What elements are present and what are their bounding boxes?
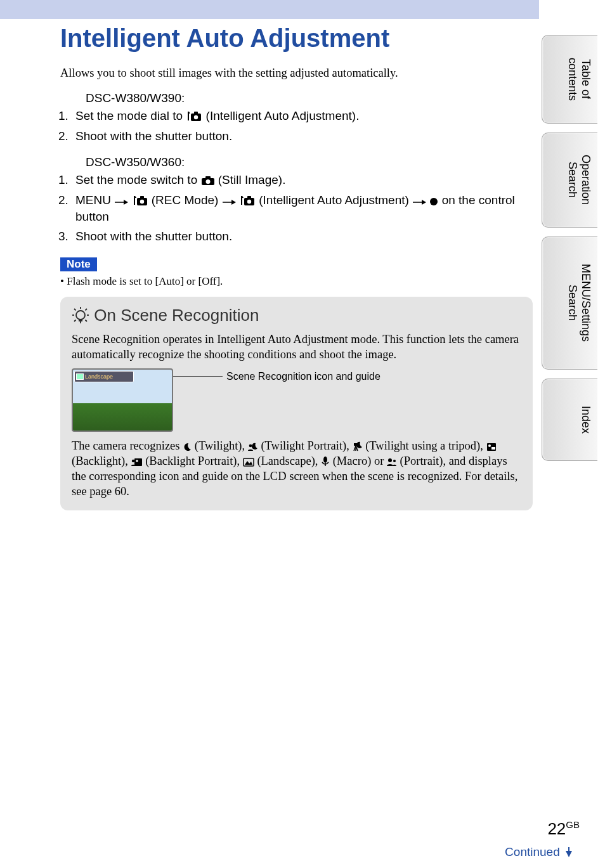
step-b2: MENU (REC Mode) (Intelligent Auto Adjust… <box>72 192 533 224</box>
lcd-overlay: Landscape <box>74 371 134 382</box>
page-number-value: 22 <box>547 819 566 838</box>
tip-para2: The camera recognizes (Twilight), (Twili… <box>72 438 521 499</box>
backlight-portrait-icon <box>131 458 143 467</box>
landscape-mini-icon <box>76 373 84 380</box>
page-title: Intelligent Auto Adjustment <box>60 24 533 53</box>
svg-point-5 <box>205 179 210 184</box>
svg-rect-28 <box>79 319 82 321</box>
continued-text: Continued <box>505 845 560 858</box>
svg-rect-36 <box>491 447 495 450</box>
svg-point-19 <box>76 311 85 320</box>
arrow-right-icon <box>222 198 236 206</box>
svg-marker-12 <box>231 200 236 205</box>
note-text-content: Flash mode is set to [Auto] or [Off]. <box>67 275 223 287</box>
step-a1-text-after: (Intelligent Auto Adjustment). <box>206 109 360 122</box>
scene-4: (Backlight Portrait) <box>145 455 237 467</box>
scene-1: (Twilight Portrait) <box>261 439 346 452</box>
svg-point-44 <box>388 458 392 462</box>
svg-point-2 <box>194 115 198 119</box>
callout-text: Scene Recognition icon and guide <box>226 371 381 382</box>
svg-point-29 <box>249 444 252 448</box>
svg-marker-17 <box>422 200 426 205</box>
tab-table-of-contents[interactable]: Table of contents <box>542 35 597 124</box>
svg-line-25 <box>86 320 88 321</box>
landscape-icon <box>243 458 254 467</box>
scene-6: (Macro) <box>333 455 372 467</box>
scene-7: (Portrait) <box>400 455 443 467</box>
backlight-icon <box>486 443 497 451</box>
svg-rect-4 <box>205 176 211 179</box>
twilight-portrait-icon <box>248 443 258 451</box>
arrow-down-icon <box>566 851 572 857</box>
model-heading-a: DSC-W380/W390: <box>86 91 533 105</box>
lcd-preview: Landscape <box>72 368 173 432</box>
svg-point-15 <box>247 200 251 204</box>
svg-rect-40 <box>244 458 254 466</box>
arrow-right-icon <box>412 198 426 206</box>
svg-rect-1 <box>194 112 198 114</box>
page-number: 22GB <box>547 819 580 839</box>
i-auto-camera-icon <box>132 195 148 206</box>
tab-operation-search[interactable]: Operation Search <box>542 133 597 228</box>
joiner-or: or <box>374 455 387 467</box>
step-b3: Shoot with the shutter button. <box>72 228 533 245</box>
center-dot-icon <box>429 197 438 206</box>
svg-point-45 <box>393 460 396 462</box>
camera-icon <box>201 176 215 186</box>
scene-3: (Backlight) <box>72 455 125 467</box>
twilight-tripod-icon <box>353 441 363 451</box>
lcd-overlay-text: Landscape <box>85 373 113 380</box>
twilight-icon <box>183 443 192 451</box>
step-a1-text-before: Set the mode dial to <box>75 109 186 122</box>
svg-point-35 <box>488 444 491 447</box>
intro-text: Allows you to shoot still images with th… <box>60 67 533 80</box>
portrait-icon <box>387 458 397 467</box>
step-b2-rec: (REC Mode) <box>152 193 222 207</box>
scene-recognition-box: On Scene Recognition Scene Recognition o… <box>60 297 533 510</box>
side-tabs: Table of contents Operation Search MENU/… <box>542 35 605 470</box>
svg-rect-30 <box>354 443 358 446</box>
continued-indicator: Continued <box>505 845 572 859</box>
tip-title-text: On Scene Recognition <box>94 306 259 325</box>
step-b1: Set the mode switch to (Still Image). <box>72 172 533 188</box>
tab-menu-settings-search[interactable]: MENU/Settings Search <box>542 236 597 370</box>
lcd-callout-row: Landscape Scene Recognition icon and gui… <box>72 368 521 432</box>
scene-0: (Twilight) <box>195 439 242 452</box>
header-accent-bar <box>0 0 539 19</box>
svg-rect-37 <box>134 458 142 466</box>
svg-rect-14 <box>247 196 251 198</box>
tab-index[interactable]: Index <box>542 379 597 461</box>
svg-line-24 <box>74 309 76 311</box>
steps-list-b: Set the mode switch to (Still Image). ME… <box>60 172 533 245</box>
svg-line-26 <box>74 320 76 321</box>
svg-rect-9 <box>140 196 144 198</box>
macro-icon <box>321 457 330 467</box>
svg-point-39 <box>131 460 134 462</box>
svg-point-10 <box>140 200 143 204</box>
step-b1-text-before: Set the mode switch to <box>75 173 201 186</box>
svg-marker-41 <box>245 461 252 465</box>
note-text: • Flash mode is set to [Auto] or [Off]. <box>60 275 533 288</box>
scene-5: (Landscape) <box>257 455 315 467</box>
step-a2: Shoot with the shutter button. <box>72 128 533 145</box>
arrow-right-icon <box>114 198 128 206</box>
note-label: Note <box>60 257 97 271</box>
step-b1-text-after: (Still Image). <box>218 173 286 186</box>
i-auto-camera-icon <box>186 110 202 122</box>
svg-line-27 <box>86 309 88 311</box>
model-heading-b: DSC-W350/W360: <box>86 155 533 169</box>
step-a1: Set the mode dial to (Intelligent Auto A… <box>72 108 533 124</box>
svg-point-38 <box>136 460 138 462</box>
tip-para1: Scene Recognition operates in Intelligen… <box>72 332 521 362</box>
page-content: Intelligent Auto Adjustment Allows you t… <box>60 24 533 510</box>
bulb-icon <box>72 306 89 324</box>
para2-lead: The camera recognizes <box>72 439 183 452</box>
step-b2-iauto: (Intelligent Auto Adjustment) <box>259 193 412 207</box>
callout-leader-line <box>173 376 223 377</box>
svg-marker-7 <box>124 200 128 205</box>
i-auto-camera-icon <box>239 195 256 206</box>
step-b2-menu: MENU <box>75 193 114 207</box>
steps-list-a: Set the mode dial to (Intelligent Auto A… <box>60 108 533 144</box>
tip-title-row: On Scene Recognition <box>72 306 521 325</box>
svg-point-42 <box>323 457 327 463</box>
